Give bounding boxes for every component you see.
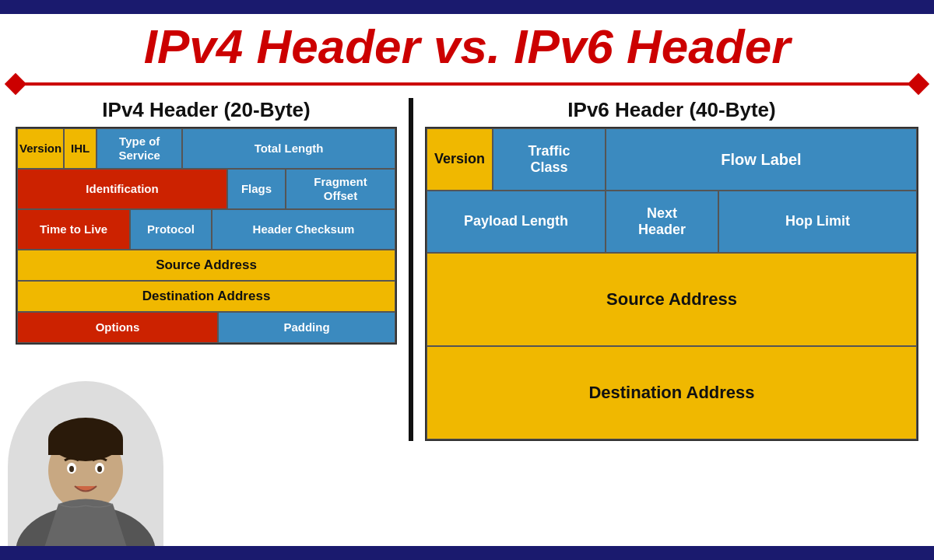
svg-rect-4 bbox=[48, 439, 123, 455]
ipv6-tc-cell: TrafficClass bbox=[493, 128, 606, 191]
ipv4-row-3: Time to Live Protocol Header Checksum bbox=[17, 209, 395, 250]
ipv4-opts-cell: Options bbox=[17, 312, 218, 343]
ipv4-row-5: Destination Address bbox=[17, 281, 395, 312]
ipv6-flow-cell: Flow Label bbox=[606, 128, 917, 191]
ipv6-paylen-cell: Payload Length bbox=[427, 191, 606, 253]
ipv6-grid: Version TrafficClass Flow Label Payload … bbox=[425, 127, 918, 441]
divider-line bbox=[0, 76, 934, 92]
top-border bbox=[0, 0, 934, 14]
ipv4-ihl-cell: IHL bbox=[64, 128, 97, 169]
ipv4-heading: IPv4 Header (20-Byte) bbox=[16, 98, 397, 122]
ipv6-section: IPv6 Header (40-Byte) Version TrafficCla… bbox=[417, 98, 926, 441]
ipv4-pad-cell: Padding bbox=[218, 312, 395, 343]
person-thumbnail bbox=[8, 381, 163, 552]
ipv6-dst-cell: Destination Address bbox=[427, 346, 917, 439]
ipv6-row-3: Source Address bbox=[427, 253, 917, 346]
ipv4-tos-cell: Type ofService bbox=[97, 128, 182, 169]
svg-point-7 bbox=[69, 466, 74, 472]
ipv4-grid: Version IHL Type ofService Total Length … bbox=[16, 127, 397, 345]
ipv4-ttl-cell: Time to Live bbox=[17, 209, 130, 250]
ipv6-src-cell: Source Address bbox=[427, 253, 917, 346]
vertical-divider bbox=[409, 98, 413, 441]
right-diamond bbox=[908, 73, 929, 95]
ipv6-nxthdr-cell: NextHeader bbox=[606, 191, 718, 253]
main-content: IPv4 Header (20-Byte) Version IHL Type o… bbox=[0, 98, 934, 441]
red-line bbox=[23, 82, 911, 86]
ipv4-proto-cell: Protocol bbox=[130, 209, 212, 250]
svg-point-8 bbox=[97, 466, 102, 472]
ipv4-row-2: Identification Flags FragmentOffset bbox=[17, 169, 395, 209]
ipv4-hdrchk-cell: Header Checksum bbox=[212, 209, 395, 250]
ipv4-fragoff-cell: FragmentOffset bbox=[286, 169, 395, 209]
ipv6-version-cell: Version bbox=[427, 128, 493, 191]
ipv6-row-4: Destination Address bbox=[427, 346, 917, 439]
ipv4-src-cell: Source Address bbox=[17, 250, 395, 281]
ipv4-row-6: Options Padding bbox=[17, 312, 395, 343]
left-diamond bbox=[5, 73, 26, 95]
ipv4-dst-cell: Destination Address bbox=[17, 281, 395, 312]
ipv6-heading: IPv6 Header (40-Byte) bbox=[425, 98, 918, 122]
ipv4-totlen-cell: Total Length bbox=[182, 128, 395, 169]
title-bar: IPv4 Header vs. IPv6 Header bbox=[0, 14, 934, 76]
ipv4-ident-cell: Identification bbox=[17, 169, 227, 209]
ipv4-row-1: Version IHL Type ofService Total Length bbox=[17, 128, 395, 169]
ipv6-row-1: Version TrafficClass Flow Label bbox=[427, 128, 917, 191]
page-title: IPv4 Header vs. IPv6 Header bbox=[144, 19, 791, 73]
ipv6-row-2: Payload Length NextHeader Hop Limit bbox=[427, 191, 917, 253]
bottom-border bbox=[0, 546, 934, 560]
ipv4-version-cell: Version bbox=[17, 128, 64, 169]
ipv4-flags-cell: Flags bbox=[227, 169, 286, 209]
ipv4-row-4: Source Address bbox=[17, 250, 395, 281]
ipv6-hoplim-cell: Hop Limit bbox=[718, 191, 917, 253]
